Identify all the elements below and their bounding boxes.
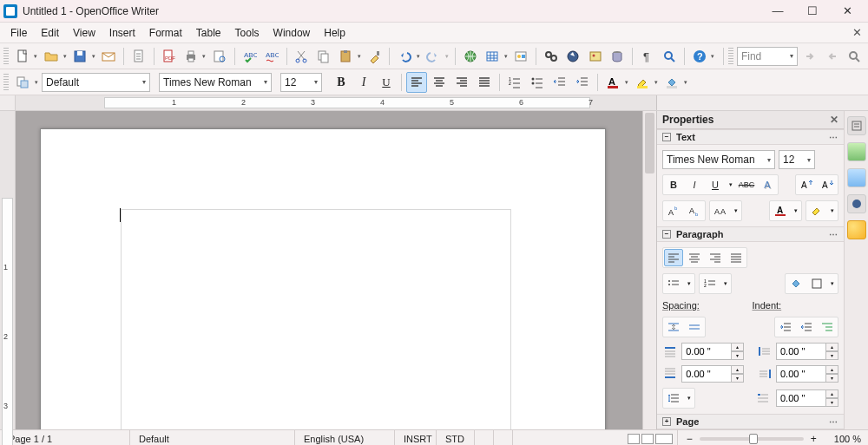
decrease-spacing-button[interactable] [685,318,704,336]
increase-indent-button[interactable] [776,318,795,336]
italic-button[interactable]: I [353,72,374,93]
spellcheck-button[interactable]: ABC [240,46,260,67]
status-style[interactable]: Default [130,430,295,445]
nonprinting-chars-button[interactable]: ¶ [637,46,657,67]
section-text-header[interactable]: − Text ⋯ [657,129,844,145]
expand-icon[interactable]: + [662,417,671,426]
status-page[interactable]: Page 1 / 1 [0,430,130,445]
align-left-button[interactable] [406,72,427,93]
para-align-center-button[interactable] [685,249,704,266]
menu-file[interactable]: File [3,25,34,41]
data-sources-button[interactable] [607,46,627,67]
multi-page-icon[interactable] [641,434,654,444]
styles-dropdown[interactable]: ▾ [33,79,40,86]
line-spacing-dropdown[interactable]: ▾ [685,389,694,407]
font-color-dropdown[interactable]: ▾ [623,79,630,86]
first-line-indent-input[interactable]: ▴▾ [776,389,838,407]
decrease-indent-button[interactable] [797,318,816,336]
zoom-out-button[interactable]: − [687,433,693,445]
status-signature[interactable] [494,430,513,445]
status-insert-mode[interactable]: INSRT [395,430,437,445]
vertical-scrollbar[interactable] [642,111,656,429]
sidebar-shadow-button[interactable]: A [758,176,777,193]
para-border-dropdown[interactable]: ▾ [828,275,837,292]
find-input[interactable]: Find▾ [737,47,799,66]
menu-tools[interactable]: Tools [228,25,266,41]
navigator-button[interactable] [563,46,583,67]
deck-navigator-tab[interactable] [847,194,866,213]
align-justify-button[interactable] [474,72,495,93]
deck-functions-tab[interactable] [847,220,866,239]
menu-table[interactable]: Table [189,25,228,41]
sidebar-spacing-dropdown[interactable]: ▾ [732,202,740,219]
menu-help[interactable]: Help [317,25,352,41]
table-button[interactable] [482,46,502,67]
bullet-list-button[interactable] [527,72,548,93]
collapse-icon[interactable]: − [662,133,671,141]
copy-button[interactable] [313,46,333,67]
highlight-button[interactable] [632,72,653,93]
sidebar-superscript-button[interactable]: Ab [664,202,683,219]
new-button[interactable] [12,46,32,67]
edit-file-button[interactable] [128,46,148,67]
print-button[interactable] [181,46,201,67]
section-menu-button[interactable]: ⋯ [829,133,838,142]
open-button[interactable] [41,46,61,67]
cut-button[interactable] [292,46,312,67]
undo-button[interactable] [394,46,414,67]
auto-spellcheck-button[interactable]: ABC [261,46,281,67]
decrease-indent-button[interactable] [549,72,570,93]
menu-edit[interactable]: Edit [34,25,66,41]
sidebar-strike-button[interactable]: ABC [737,176,756,193]
format-paintbrush-button[interactable] [365,46,385,67]
scrollbar-thumb[interactable] [645,113,654,173]
sidebar-grow-font-button[interactable]: A [797,176,816,193]
sidebar-bold-button[interactable]: B [664,176,683,193]
sidebar-font-color-button[interactable]: A [771,202,790,219]
paste-button[interactable] [336,46,356,67]
section-page-header[interactable]: + Page ⋯ [657,414,844,429]
page[interactable] [40,128,606,429]
para-bullets-button[interactable] [664,275,683,292]
status-language[interactable]: English (USA) [295,430,395,445]
export-pdf-button[interactable]: PDF [159,46,179,67]
sidebar-italic-button[interactable]: I [685,176,704,193]
help-dropdown[interactable]: ▾ [709,53,716,60]
sidebar-underline-dropdown[interactable]: ▾ [727,176,735,193]
zoom-slider[interactable] [700,437,804,441]
save-button[interactable] [69,46,89,67]
help-button[interactable]: ? [689,46,709,67]
toolbar-grip[interactable] [3,48,9,65]
save-dropdown[interactable]: ▾ [90,53,97,60]
view-layout-buttons[interactable] [623,430,678,445]
status-selection-mode[interactable]: STD [437,430,475,445]
line-spacing-button[interactable] [664,389,683,407]
horizontal-ruler[interactable]: 1 2 3 4 5 6 7 [16,95,656,110]
zoom-value[interactable]: 100 % [825,430,868,445]
bold-button[interactable]: B [331,72,352,93]
new-dropdown[interactable]: ▾ [32,53,39,60]
deck-styles-tab[interactable] [847,142,866,161]
sidebar-underline-button[interactable]: U [706,176,725,193]
open-dropdown[interactable]: ▾ [62,53,69,60]
menu-insert[interactable]: Insert [102,25,142,41]
section-paragraph-header[interactable]: − Paragraph ⋯ [657,226,844,242]
after-indent-input[interactable]: ▴▾ [776,365,838,383]
para-align-left-button[interactable] [664,249,683,266]
font-size-combo[interactable]: 12▾ [280,73,322,92]
para-align-right-button[interactable] [706,249,725,266]
para-numbering-dropdown[interactable]: ▾ [721,275,730,292]
sidebar-close-button[interactable]: ✕ [830,114,838,126]
sidebar-subscript-button[interactable]: Ab [685,202,704,219]
sidebar-font-combo[interactable]: Times New Roman▾ [662,150,775,169]
maximize-button[interactable]: ☐ [795,2,830,21]
above-spacing-input[interactable]: ▴▾ [681,343,744,360]
sidebar-font-color-dropdown[interactable]: ▾ [792,202,800,219]
hanging-indent-button[interactable] [818,318,837,336]
gallery-button[interactable] [585,46,605,67]
find-prev-button[interactable] [822,46,842,67]
font-color-button[interactable]: A [602,72,623,93]
font-name-combo[interactable]: Times New Roman▾ [159,73,272,92]
para-bullets-dropdown[interactable]: ▾ [685,275,694,292]
para-align-justify-button[interactable] [727,249,746,266]
